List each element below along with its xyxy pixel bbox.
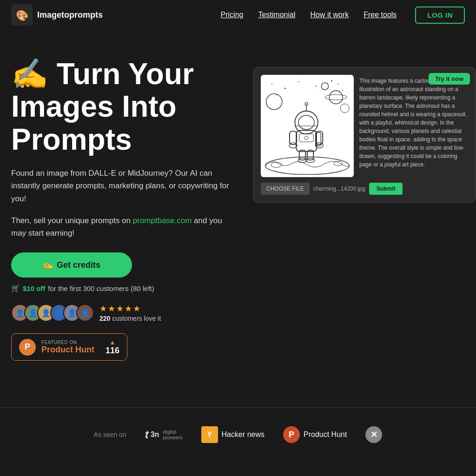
avatar: 👤 <box>76 304 94 322</box>
discount-text: for the first 300 customers (80 left) <box>48 284 154 292</box>
logo-area: 🎨 Imagetoprompts <box>11 4 103 26</box>
star-rating: ★★★★★ <box>99 304 161 314</box>
logo-text: Imagetoprompts <box>37 10 103 20</box>
hero-right: Try it now <box>253 58 476 203</box>
media-hackernews[interactable]: Y Hacker news <box>201 426 264 443</box>
navbar: 🎨 Imagetoprompts Pricing Testimonial How… <box>0 0 476 30</box>
product-hunt-badge[interactable]: P FEATURED ON Product Hunt ▲ 116 <box>11 333 127 361</box>
svg-point-8 <box>342 90 343 91</box>
logo-icon: 🎨 <box>11 4 33 26</box>
credits-icon: ✍️ <box>43 260 53 270</box>
nav-testimonial[interactable]: Testimonial <box>258 11 295 19</box>
svg-point-5 <box>298 81 299 82</box>
ph-name: Product Hunt <box>41 345 94 355</box>
as-seen-label: As seen on <box>94 431 126 438</box>
login-button[interactable]: LOG IN <box>415 7 465 24</box>
hero-section: ✍️ Turn Your Images Into Prompts Found a… <box>0 30 476 379</box>
media-tn[interactable]: t 3n digitalpioneers <box>145 428 183 441</box>
hero-desc2: Then, sell your unique prompts on prompt… <box>11 214 234 239</box>
discount-amount: $10 off <box>23 284 45 292</box>
title-icon: ✍️ <box>11 57 57 91</box>
nav-pricing[interactable]: Pricing <box>221 11 244 19</box>
nav-how-it-work[interactable]: How it work <box>311 11 349 19</box>
demo-description: This image features a cartoon-style illu… <box>359 75 468 177</box>
cart-icon: 🛒 <box>11 284 20 292</box>
svg-point-7 <box>331 80 332 82</box>
hn-logo-icon: Y <box>201 426 218 443</box>
ph-votes: ▲ 116 <box>106 338 119 356</box>
demo-controls: CHOOSE FILE charming...14200.jpg Submit <box>261 183 468 195</box>
avatar-stack: 👤 👤 👤 👤 👤 👤 <box>11 304 94 322</box>
twitter-icon: ✕ <box>365 426 382 443</box>
ph-text: FEATURED ON Product Hunt <box>41 340 94 355</box>
avatars-row: 👤 👤 👤 👤 👤 👤 ★★★★★ 220 customers love it <box>11 304 234 322</box>
svg-point-6 <box>316 86 317 87</box>
hero-desc1: Found an image from DALL-E or MidJourney… <box>11 167 234 205</box>
svg-point-4 <box>284 88 286 89</box>
ph-logo-icon: P <box>19 339 36 356</box>
nav-free-tools[interactable]: Free tools <box>364 11 397 19</box>
ph-count: 116 <box>106 346 119 356</box>
rating-group: ★★★★★ 220 customers love it <box>99 304 161 322</box>
ph-footer-label: Product Hunt <box>304 430 347 439</box>
hero-title: ✍️ Turn Your Images Into Prompts <box>11 58 234 156</box>
hn-label: Hacker news <box>222 430 264 439</box>
svg-text:🎨: 🎨 <box>16 9 29 22</box>
choose-file-button[interactable]: CHOOSE FILE <box>261 183 310 195</box>
media-twitter[interactable]: ✕ <box>365 426 382 443</box>
get-credits-button[interactable]: ✍️ Get credits <box>11 252 132 278</box>
as-seen-on-section: As seen on t 3n digitalpioneers Y Hacker… <box>0 407 476 462</box>
nav-links: Pricing Testimonial How it work Free too… <box>221 11 397 19</box>
svg-point-10 <box>276 95 277 96</box>
demo-card: Try it now <box>253 67 476 203</box>
customers-text: 220 customers love it <box>99 315 161 322</box>
media-producthunt[interactable]: P Product Hunt <box>283 426 347 443</box>
demo-content: This image features a cartoon-style illu… <box>261 75 468 177</box>
promptbase-link[interactable]: promptbase.com <box>133 216 192 225</box>
svg-point-3 <box>271 84 272 85</box>
try-it-now-button[interactable]: Try it now <box>429 73 470 85</box>
astronaut-illustration <box>263 77 351 175</box>
demo-filename: charming...14200.jpg <box>313 185 365 192</box>
tn-logo: t 3n digitalpioneers <box>145 428 183 441</box>
ph-footer-icon: P <box>283 426 300 443</box>
discount-row: 🛒 $10 off for the first 300 customers (8… <box>11 284 234 292</box>
ph-featured-label: FEATURED ON <box>41 340 94 345</box>
demo-image-area <box>261 75 354 177</box>
svg-point-9 <box>338 84 339 85</box>
hero-left: ✍️ Turn Your Images Into Prompts Found a… <box>11 58 234 361</box>
demo-submit-button[interactable]: Submit <box>369 183 403 195</box>
ph-arrow-icon: ▲ <box>109 338 116 346</box>
